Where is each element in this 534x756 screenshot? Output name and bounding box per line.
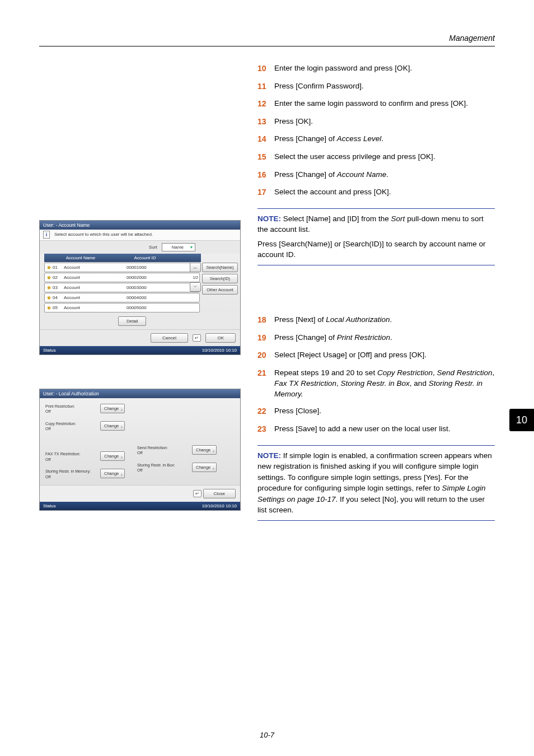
step-item: 20Select [Reject Usage] or [Off] and pre… xyxy=(257,350,495,361)
table-row[interactable]: ◉ 03 Account 00003000 xyxy=(44,283,200,292)
col-account-id: Account ID xyxy=(117,255,173,260)
table-row[interactable]: ◉ 01 Account 00001000 xyxy=(44,263,200,272)
step-number: 23 xyxy=(257,424,274,435)
search-name-button[interactable]: Search(Name) xyxy=(202,263,238,272)
account-icon: ◉ xyxy=(45,305,53,310)
step-number: 15 xyxy=(257,152,274,163)
close-button[interactable]: Close xyxy=(203,489,236,498)
cancel-button[interactable]: Cancel xyxy=(151,333,188,343)
step-item: 15Select the user access privilege and p… xyxy=(257,152,495,163)
row-name: Account xyxy=(62,275,127,280)
step-item: 13Press [OK]. xyxy=(257,116,495,128)
note1-line1: Select [Name] and [ID] from the Sort pul… xyxy=(257,214,484,234)
detail-button[interactable]: Detail xyxy=(118,316,146,326)
table-row[interactable]: ◉ 02 Account 00002000 xyxy=(44,273,200,282)
chapter-tab: 10 xyxy=(509,409,534,431)
step-text: Select [Reject Usage] or [Off] and press… xyxy=(274,350,427,361)
row-name: Account xyxy=(62,285,127,290)
table-row[interactable]: ◉ 05 Account 00005000 xyxy=(44,303,200,312)
sort-dropdown[interactable]: Name xyxy=(162,243,195,251)
change-button[interactable]: Change xyxy=(100,404,125,413)
step-number: 11 xyxy=(257,81,274,92)
restriction-label: Copy Restriction: xyxy=(45,421,97,426)
restriction-label: FAX TX Restriction: xyxy=(45,451,97,456)
restriction-value: Off xyxy=(137,468,189,473)
step-number: 12 xyxy=(257,99,274,110)
row-name: Account xyxy=(62,305,127,310)
status-datetime: 10/10/2010 10:10 xyxy=(202,503,237,508)
row-id: 00004000 xyxy=(127,295,182,300)
col-account-name: Account Name xyxy=(44,255,117,260)
scroll-up-button[interactable]: ︿ xyxy=(190,263,201,272)
step-number: 20 xyxy=(257,350,274,361)
account-icon: ◉ xyxy=(45,275,53,280)
status-label[interactable]: Status xyxy=(43,503,56,508)
dialog1-instruction-text: Select account to which this user will b… xyxy=(54,232,153,237)
enter-icon: ↵ xyxy=(193,334,201,342)
row-num: 01 xyxy=(53,265,62,270)
status-datetime: 10/10/2010 10:10 xyxy=(202,348,237,353)
step-item: 22Press [Close]. xyxy=(257,406,495,417)
step-item: 11Press [Confirm Password]. xyxy=(257,81,495,92)
step-number: 21 xyxy=(257,368,274,379)
change-button[interactable]: Change xyxy=(100,469,125,478)
step-item: 16Press [Change] of Account Name. xyxy=(257,170,495,181)
step-item: 17Select the account and press [OK]. xyxy=(257,187,495,198)
row-num: 02 xyxy=(53,275,62,280)
note-label: NOTE: xyxy=(257,214,281,223)
change-button[interactable]: Change xyxy=(192,445,217,455)
row-id: 00001000 xyxy=(127,265,182,270)
enter-icon: ↵ xyxy=(193,490,202,497)
left-column: User: - Account Name i Select account to… xyxy=(39,63,241,531)
page-indicator: 1/2 xyxy=(193,273,198,281)
info-icon: i xyxy=(43,231,50,239)
chevron-up-icon: ︿ xyxy=(193,264,198,270)
step-item: 14Press [Change] of Access Level. xyxy=(257,134,495,145)
other-account-button[interactable]: Other Account xyxy=(202,285,238,295)
step-number: 13 xyxy=(257,116,274,128)
restriction-value: Off xyxy=(137,450,189,455)
step-text: Enter the login password and press [OK]. xyxy=(274,63,412,74)
step-number: 19 xyxy=(257,333,274,344)
step-number: 16 xyxy=(257,170,274,181)
note-label: NOTE: xyxy=(257,451,281,460)
row-name: Account xyxy=(62,265,127,270)
restriction-value: Off xyxy=(45,409,97,414)
step-text: Enter the same login password to confirm… xyxy=(274,99,468,109)
row-id: 00003000 xyxy=(127,285,182,290)
step-item: 10Enter the login password and press [OK… xyxy=(257,63,495,74)
step-text: Press [Change] of Print Restriction. xyxy=(274,333,392,343)
step-text: Press [Close]. xyxy=(274,406,321,417)
step-text: Press [OK]. xyxy=(274,116,313,127)
ok-button[interactable]: OK xyxy=(205,333,236,343)
note1-line2: Press [Search(Name)] or [Search(ID)] to … xyxy=(257,240,485,259)
dialog1-title: User: - Account Name xyxy=(40,221,240,230)
account-icon: ◉ xyxy=(45,295,53,300)
step-item: 19Press [Change] of Print Restriction. xyxy=(257,333,495,344)
page-number: 10-7 xyxy=(0,731,534,739)
divider xyxy=(39,46,495,46)
steps-list-a: 10Enter the login password and press [OK… xyxy=(257,63,495,198)
step-number: 14 xyxy=(257,134,274,145)
step-text: Press [Save] to add a new user on the lo… xyxy=(274,424,450,435)
search-id-button[interactable]: Search(ID) xyxy=(202,274,238,283)
change-button[interactable]: Change xyxy=(192,463,217,472)
restriction-value: Off xyxy=(45,426,97,431)
status-label[interactable]: Status xyxy=(43,348,56,353)
step-text: Repeat steps 19 and 20 to set Copy Restr… xyxy=(274,368,495,400)
table-row[interactable]: ◉ 04 Account 00004000 xyxy=(44,293,200,302)
step-text: Select the user access privilege and pre… xyxy=(274,152,435,162)
note2-body: If simple login is enabled, a confirmati… xyxy=(257,451,492,515)
step-text: Press [Change] of Account Name. xyxy=(274,170,388,180)
restriction-label: Print Restriction: xyxy=(45,404,97,409)
section-header: Management xyxy=(39,34,495,43)
row-num: 05 xyxy=(53,305,62,310)
step-text: Press [Change] of Access Level. xyxy=(274,134,383,144)
change-button[interactable]: Change xyxy=(100,451,125,461)
row-name: Account xyxy=(62,295,127,300)
row-num: 03 xyxy=(53,285,62,290)
restriction-value: Off xyxy=(45,474,97,479)
right-column: 10Enter the login password and press [OK… xyxy=(257,63,495,531)
scroll-down-button[interactable]: ﹀ xyxy=(190,282,201,292)
change-button[interactable]: Change xyxy=(100,421,125,431)
